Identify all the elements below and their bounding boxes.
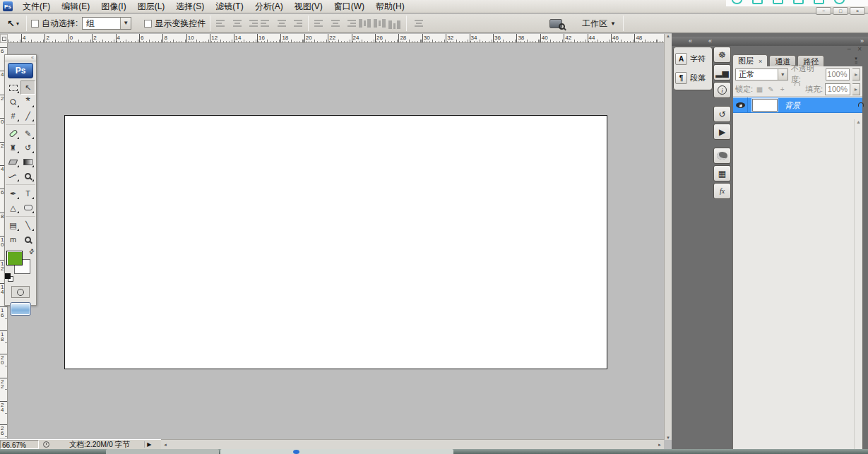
crop-tool[interactable]: # [6,109,20,123]
layer-visibility-cell[interactable] [733,97,748,113]
zoom-tool[interactable] [20,232,35,246]
distribute-icon-0[interactable] [314,18,326,29]
tools-palette-grip[interactable]: « [5,55,36,61]
menu-view[interactable]: 视图(V) [289,0,328,13]
lock-all-icon[interactable] [789,85,798,94]
tab-close-icon[interactable]: × [759,58,762,65]
clone-stamp-tool[interactable]: ♜ [6,141,20,155]
menu-edit[interactable]: 编辑(E) [56,0,95,13]
smudge-tool[interactable]: ∫ [6,169,20,183]
opacity-spinner-icon[interactable]: ► [852,68,860,80]
swap-colors-icon[interactable]: ⇄ [28,247,36,256]
layer-thumbnail[interactable] [752,99,778,112]
styles-panel-icon[interactable]: fx [713,183,731,199]
tab-layers[interactable]: 图层 × [732,54,768,66]
collapse-dock-icon[interactable]: « [689,37,692,45]
swatches-panel-icon[interactable]: ▦ [713,165,731,181]
distribute-icon-1[interactable] [329,18,341,29]
document-canvas[interactable] [64,115,607,369]
pen-tool[interactable]: ✒ [6,186,20,201]
distribute-icon-2[interactable] [344,18,356,29]
type-tool[interactable]: T [20,186,35,201]
menu-filter[interactable]: 滤镜(T) [210,0,249,13]
menu-analysis[interactable]: 分析(A) [249,0,289,13]
menu-file[interactable]: 文件(F) [17,0,56,13]
screen-mode-button[interactable] [10,302,31,316]
fill-field[interactable]: 100% [825,83,850,95]
dropdown-arrow-icon[interactable]: ▾ [778,69,787,80]
history-panel-icon[interactable]: ↺ [713,106,731,122]
taskbar-button[interactable] [106,449,219,454]
scroll-up-icon[interactable]: ▲ [666,34,670,38]
taskbar-button[interactable] [220,449,453,454]
brush-tool[interactable]: ✎ [20,126,35,141]
opacity-field[interactable]: 100% [826,68,850,80]
path-select-tool[interactable]: △ [6,201,20,215]
close-button[interactable]: × [850,7,865,15]
lock-position-icon[interactable]: + [778,85,787,94]
horizontal-scrollbar[interactable]: ◄ ► [161,439,664,449]
ps-logo[interactable]: Ps [8,63,33,78]
restore-button[interactable]: □ [833,7,848,15]
layers-scrollbar[interactable]: ▲ [854,119,862,450]
blend-mode-dropdown[interactable]: 正常 ▾ [735,68,788,80]
workspace-label[interactable]: 工作区 [582,18,607,30]
menu-window[interactable]: 窗口(W) [328,0,370,13]
quick-mask-button[interactable] [11,286,30,298]
foreground-color-swatch[interactable] [6,251,23,265]
align-icon-1[interactable] [231,18,243,29]
paragraph-panel-button[interactable]: ¶ 段落 [675,68,711,88]
horizontal-ruler[interactable]: 4202468101214161820222426283032343638404… [8,34,664,43]
eyedropper-tool[interactable]: ╲ [20,218,35,232]
fill-spinner-icon[interactable]: ► [852,83,860,95]
gradient-tool[interactable] [20,155,35,169]
dropdown-arrow-icon[interactable]: ▼ [120,18,131,29]
lasso-tool[interactable]: Ϙ [6,95,20,109]
color-panel-icon[interactable] [713,148,731,164]
layer-name[interactable]: 背景 [785,100,857,111]
align-icon-2[interactable] [246,18,258,29]
workspace-arrow-icon[interactable]: ▼ [610,20,616,27]
scroll-left-icon[interactable]: ◄ [163,443,167,447]
ruler-origin-box[interactable] [0,34,8,43]
scroll-down-icon[interactable]: ▼ [666,436,670,440]
panel-menu-icon[interactable]: ▾≡ [850,56,862,66]
hand-tool[interactable]: m [6,232,20,246]
tool-preset-arrow-icon[interactable]: ▾ [16,20,19,27]
move-tool[interactable]: ↖ [20,80,35,95]
distribute-icon-4[interactable] [374,18,386,29]
slice-tool[interactable]: ╱ [20,109,35,123]
dodge-tool[interactable] [20,169,35,183]
align-icon-5[interactable] [290,18,302,29]
menu-image[interactable]: 图像(I) [95,0,131,13]
auto-select-checkbox[interactable] [31,20,39,28]
notes-tool[interactable]: ▤ [6,218,20,232]
status-flyout-button[interactable]: ▶ [144,441,154,448]
show-transform-checkbox[interactable] [144,20,152,28]
align-icon-4[interactable] [275,18,287,29]
collapse-icons-icon[interactable]: « [708,37,712,45]
character-panel-button[interactable]: A 字符 [675,49,711,68]
shape-tool[interactable] [20,201,35,215]
healing-brush-tool[interactable] [6,126,20,141]
distribute-icon-5[interactable] [388,18,400,29]
auto-align-button[interactable] [412,18,424,29]
menu-select[interactable]: 选择(S) [170,0,210,13]
go-to-bridge-button[interactable] [549,19,562,28]
eraser-tool[interactable] [6,155,20,169]
history-brush-tool[interactable]: ↺ [20,141,35,155]
layer-row-background[interactable]: 背景 [733,97,862,113]
zoom-level-field[interactable]: 66.67% [0,440,39,449]
lock-transparency-icon[interactable]: ▦ [755,85,764,94]
scroll-right-icon[interactable]: ► [658,443,662,447]
magic-wand-tool[interactable]: * [20,95,35,109]
info-panel-icon[interactable]: i [713,82,731,98]
lock-paint-icon[interactable]: ✎ [766,85,775,94]
auto-select-dropdown[interactable]: 组 ▼ [82,17,131,30]
vertical-scrollbar[interactable]: ▲ ▼ [664,34,672,440]
actions-panel-icon[interactable]: ▶ [713,124,731,140]
rect-marquee-tool[interactable] [6,80,20,95]
navigator-panel-icon[interactable]: ☸ [713,47,731,63]
menu-help[interactable]: 帮助(H) [370,0,410,13]
distribute-icon-3[interactable] [359,18,371,29]
